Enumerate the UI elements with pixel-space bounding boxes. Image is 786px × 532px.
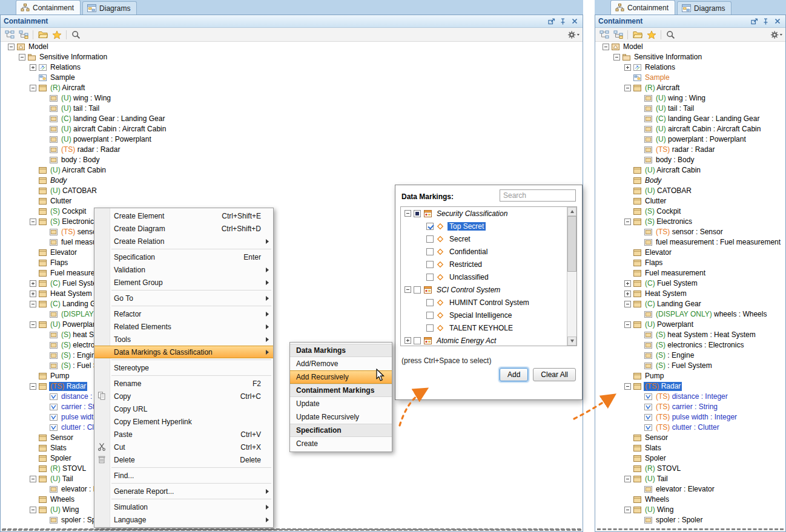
menu-item-refactor[interactable]: Refactor [94, 307, 273, 320]
tree-row[interactable]: (U) tail : Tail [1, 103, 583, 114]
collapse-toggle[interactable] [603, 44, 609, 50]
tree-row[interactable]: (R) Aircraft [1, 83, 583, 93]
menu-item-rename[interactable]: RenameF2 [94, 377, 273, 390]
marking-row[interactable]: Secret [401, 232, 576, 245]
tab-containment[interactable]: Containment [610, 0, 675, 15]
collapse-toggle[interactable] [30, 507, 36, 513]
tree-row[interactable]: Relations [595, 62, 785, 73]
tree-row[interactable]: (S) electronics : Electronics [595, 340, 785, 350]
collapse-toggle[interactable] [30, 476, 36, 482]
collapse-all-icon[interactable] [598, 29, 610, 41]
tree-row[interactable]: (TS) sensor : Sensor [595, 227, 785, 237]
submenu-item-update-recursively[interactable]: Update Recursively [290, 410, 392, 424]
tree-row[interactable]: spoler : Spoler [595, 515, 785, 525]
float-icon[interactable] [546, 17, 556, 26]
collapse-toggle[interactable] [30, 85, 36, 91]
tree-row[interactable]: body : Body [1, 155, 583, 165]
tree-row[interactable]: Clutter [595, 196, 785, 206]
scroll-down-button[interactable] [567, 337, 576, 346]
menu-item-delete[interactable]: DeleteDelete [94, 453, 273, 466]
collapse-toggle[interactable] [405, 286, 411, 293]
add-button[interactable]: Add [500, 368, 528, 381]
tree-row[interactable]: (U) tail : Tail [595, 103, 785, 114]
marking-checkbox[interactable] [426, 248, 434, 255]
menu-item-create-element[interactable]: Create ElementCtrl+Shift+E [94, 209, 273, 222]
collapse-toggle[interactable] [19, 54, 25, 61]
marking-checkbox[interactable] [426, 223, 434, 230]
collapse-toggle[interactable] [624, 321, 631, 328]
marking-checkbox[interactable] [426, 312, 434, 319]
tree-row[interactable]: Model [1, 42, 583, 52]
marking-checkbox[interactable] [426, 274, 434, 281]
marking-row[interactable]: Special Intelligence [401, 309, 576, 321]
tree-row[interactable]: (S) heat System : Heat System [595, 330, 785, 340]
menu-item-stereotype[interactable]: Stereotype [94, 361, 273, 374]
expand-branch-icon[interactable] [17, 29, 30, 41]
expand-branch-icon[interactable] [612, 29, 624, 41]
menu-item-create-diagram[interactable]: Create DiagramCtrl+Shift+D [94, 222, 273, 235]
collapse-toggle[interactable] [613, 54, 620, 61]
float-icon[interactable] [749, 17, 759, 26]
marking-row[interactable]: Security Classification [401, 207, 576, 220]
marking-row[interactable]: HUMINT Control System [401, 296, 576, 309]
tree-row[interactable]: elevator : Elevator [1, 484, 583, 494]
submenu-item-add-recursively[interactable]: Add Recursively [290, 370, 392, 384]
tree-row[interactable]: Wheels [595, 494, 785, 505]
tree-row[interactable]: Sample [1, 73, 583, 83]
tree-row[interactable]: Sensor [595, 433, 785, 443]
tree-row[interactable]: (S) Electronics [595, 217, 785, 227]
collapse-toggle[interactable] [624, 383, 631, 390]
search-input[interactable] [500, 189, 576, 202]
tree-row[interactable]: (U) Aircraft Cabin [1, 165, 583, 176]
tree-row[interactable]: (U) Wing [1, 505, 583, 515]
scrollbar-thumb[interactable] [567, 216, 576, 272]
tree-row[interactable]: Fuel measurement [595, 268, 785, 278]
tree-row[interactable]: Body [595, 176, 785, 186]
tree-row[interactable]: (U) aircraft Cabin : Aircraft Cabin [1, 124, 583, 134]
settings-icon[interactable] [770, 29, 783, 41]
expand-toggle[interactable] [624, 64, 631, 71]
tree-row[interactable]: (S) Cockpit [595, 206, 785, 217]
tree-row[interactable]: (U) Wing [595, 505, 785, 515]
menu-item-related-elements[interactable]: Related Elements [94, 320, 273, 333]
scroll-up-button[interactable] [567, 207, 576, 216]
tree-row[interactable]: (U) powerplant : Powerplant [1, 134, 583, 145]
tree-row[interactable]: (U) wing : Wing [595, 93, 785, 103]
marking-row[interactable]: Top Secret [401, 220, 576, 232]
tree-row[interactable]: Spoler [595, 453, 785, 464]
menu-item-copy-element-hyperlink[interactable]: Copy Element Hyperlink [94, 415, 273, 428]
collapse-toggle[interactable] [30, 218, 36, 225]
collapse-toggle[interactable] [8, 44, 15, 50]
tree-row[interactable]: (TS) distance : Integer [595, 392, 785, 402]
tree-row[interactable]: (U) powerplant : Powerplant [595, 134, 785, 145]
tree-row[interactable]: (TS) radar : Radar [1, 145, 583, 155]
tree-row[interactable]: Sensitive Information [595, 52, 785, 62]
collapse-all-icon[interactable] [3, 29, 16, 41]
collapse-toggle[interactable] [624, 476, 631, 482]
tree-row[interactable]: Elevator [595, 248, 785, 258]
tab-diagrams[interactable]: Diagrams [82, 1, 137, 15]
tree-row[interactable]: (C) landing Gear : Landing Gear [1, 114, 583, 124]
marking-row[interactable]: Atomic Energy Act [401, 334, 576, 346]
tree-row[interactable]: (U) Tail [1, 474, 583, 484]
tree-row[interactable]: Pump [595, 371, 785, 381]
tree-row[interactable]: Wheels [1, 494, 583, 505]
menu-item-find[interactable]: Find... [94, 469, 273, 482]
tree-row[interactable]: elevator : Elevator [595, 484, 785, 494]
menu-item-simulation[interactable]: Simulation [94, 501, 273, 513]
tree-row[interactable]: (U) aircraft Cabin : Aircraft Cabin [595, 124, 785, 134]
collapse-toggle[interactable] [30, 321, 36, 328]
tree-row[interactable]: (TS) clutter : Clutter [595, 422, 785, 433]
tree-row[interactable]: Sample [595, 73, 785, 83]
close-icon[interactable] [569, 17, 580, 26]
marking-row[interactable]: Unclassified [401, 271, 576, 283]
submenu-item-update[interactable]: Update [290, 397, 392, 410]
collapse-toggle[interactable] [30, 301, 36, 307]
expand-toggle[interactable] [624, 291, 631, 297]
marking-checkbox[interactable] [426, 299, 434, 306]
open-folder-icon[interactable] [631, 29, 644, 41]
scrollbar[interactable] [567, 207, 576, 346]
marking-checkbox[interactable] [414, 337, 421, 344]
marking-checkbox[interactable] [426, 324, 434, 332]
tree-row[interactable]: (C) Fuel System [595, 278, 785, 289]
